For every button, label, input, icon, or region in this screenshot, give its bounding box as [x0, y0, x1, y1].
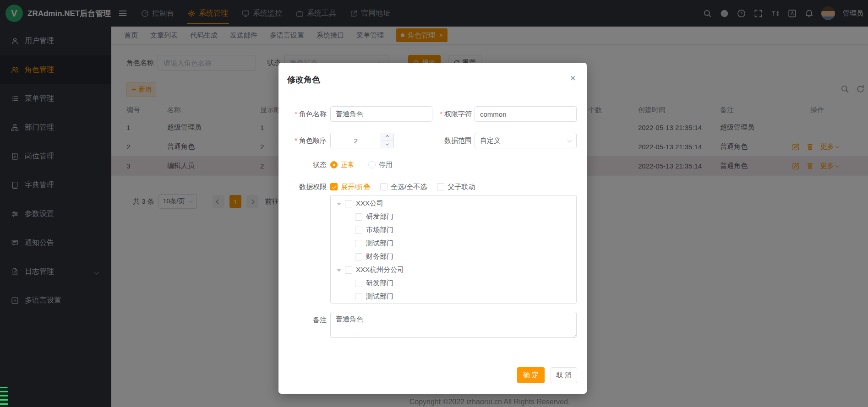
checkbox-checked-icon [330, 183, 338, 190]
decrease-button[interactable] [381, 141, 393, 148]
tree-checkbox[interactable] [345, 266, 352, 274]
tree-checkbox[interactable] [345, 200, 352, 207]
checkbox-label: 展开/折叠 [341, 183, 370, 191]
cancel-button[interactable]: 取 消 [551, 367, 577, 383]
tree-node-label: 财务部门 [366, 252, 393, 261]
tree-checkbox[interactable] [355, 280, 362, 287]
remark-label: 备注 [278, 315, 327, 326]
tree-node-label: XXX杭州分公司 [356, 266, 404, 274]
required-asterisk: * [440, 110, 442, 118]
data-scope-value: 自定义 [480, 136, 501, 145]
radio-label: 停用 [379, 161, 393, 169]
required-asterisk: * [295, 110, 297, 118]
tree-node-label: 测试部门 [366, 239, 393, 248]
data-perm-label: 数据权限 [278, 181, 327, 192]
data-scope-select[interactable]: 自定义 [475, 133, 577, 148]
tree-node[interactable]: 市场部门 [331, 223, 576, 237]
role-order-stepper [330, 133, 394, 148]
status-radio-group: 正常 停用 [330, 159, 393, 170]
tree-node-label: XXX公司 [356, 199, 383, 208]
tree-node-label: 研发部门 [366, 279, 393, 288]
status-radio-normal[interactable]: 正常 [330, 161, 355, 169]
caret-down-icon[interactable] [337, 203, 341, 206]
confirm-button[interactable]: 确 定 [517, 367, 545, 383]
parent-child-link-checkbox[interactable]: 父子联动 [437, 183, 475, 191]
perm-char-input[interactable] [475, 106, 577, 122]
role-name-label: *角色名称 [278, 106, 327, 122]
tree-node-label: 测试部门 [366, 292, 393, 301]
increase-button[interactable] [381, 133, 393, 141]
status-label: 状态 [278, 159, 327, 170]
required-asterisk: * [295, 136, 297, 144]
radio-checked-icon [330, 161, 338, 168]
chevron-down-icon [386, 142, 389, 145]
remark-textarea[interactable]: 普通角色 [330, 312, 577, 338]
tree-checkbox[interactable] [355, 227, 362, 234]
expand-collapse-checkbox[interactable]: 展开/折叠 [330, 183, 370, 191]
tree-checkbox[interactable] [355, 293, 362, 300]
select-all-checkbox[interactable]: 全选/全不选 [380, 183, 427, 191]
close-icon[interactable]: × [570, 73, 576, 83]
tree-node[interactable]: XXX杭州分公司 [331, 263, 576, 277]
department-tree: XXX公司 研发部门 市场部门 测试部门 财务部门 XXX杭州分公司 [330, 195, 577, 304]
checkbox-label: 全选/全不选 [391, 183, 427, 191]
checkbox-unchecked-icon [380, 183, 388, 190]
tree-node[interactable]: XXX公司 [331, 197, 576, 210]
caret-down-icon[interactable] [337, 269, 341, 272]
tree-checkbox[interactable] [355, 253, 362, 260]
data-scope-label: 数据范围 [416, 133, 472, 148]
tree-checkbox[interactable] [355, 240, 362, 247]
tree-node-label: 研发部门 [366, 212, 393, 221]
tree-node[interactable]: 测试部门 [331, 237, 576, 250]
perm-char-label: *权限字符 [416, 106, 472, 122]
chevron-up-icon [386, 135, 389, 138]
radio-label: 正常 [341, 161, 355, 169]
tree-checkbox[interactable] [355, 213, 362, 221]
stepper-buttons [381, 133, 393, 148]
tree-node[interactable]: 研发部门 [331, 277, 576, 290]
dialog-title: 修改角色 [287, 74, 320, 85]
role-order-label: *角色顺序 [278, 133, 327, 148]
tree-node[interactable]: 财务部门 [331, 250, 576, 263]
checkbox-unchecked-icon [437, 183, 444, 190]
status-radio-disabled[interactable]: 停用 [368, 161, 393, 169]
radio-unchecked-icon [368, 161, 376, 168]
edit-role-dialog: 修改角色 × *角色名称 *权限字符 *角色顺序 数据范围 自定义 状态 正常 [278, 63, 587, 394]
checkbox-label: 父子联动 [448, 183, 475, 191]
tree-node-label: 市场部门 [366, 226, 393, 234]
corner-widget [0, 387, 8, 407]
data-perm-options: 展开/折叠 全选/全不选 父子联动 [330, 181, 475, 192]
tree-node[interactable]: 测试部门 [331, 290, 576, 303]
role-order-input[interactable] [331, 133, 381, 148]
app-root: V ZRAdmin.NET后台管理 控制台 系统管理 系统监控 系统工具 [0, 0, 868, 407]
tree-node[interactable]: 研发部门 [331, 210, 576, 223]
chevron-down-icon [568, 138, 572, 142]
